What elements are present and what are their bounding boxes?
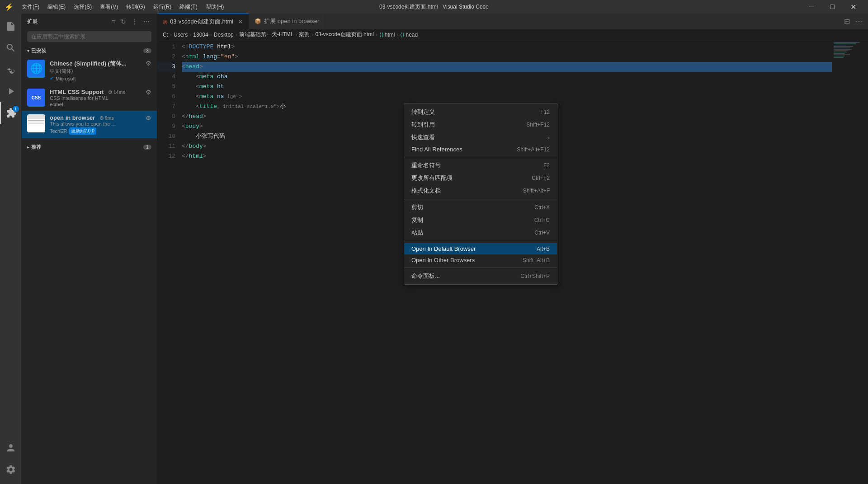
menu-file[interactable]: 文件(F)	[18, 2, 43, 12]
htmlcss-ext-publisher: ecmel	[50, 102, 63, 107]
more-tabs-button[interactable]: ⋯	[854, 16, 864, 27]
vscode-icon: ⚡	[5, 3, 14, 11]
close-button[interactable]: ✕	[843, 0, 863, 14]
extension-item-browser[interactable]: open in browser ⏱ 9ms This allows you to…	[22, 111, 157, 138]
ctx-open-other-browsers[interactable]: Open In Other Browsers Shift+Alt+B	[404, 254, 557, 266]
extension-item-chinese[interactable]: Chinese (Simplified) (简体... 中文(简体) ✔ Mic…	[22, 56, 157, 85]
ctx-paste[interactable]: 粘贴 Ctrl+V	[404, 226, 557, 239]
refresh-extensions-button[interactable]: ↻	[119, 17, 128, 26]
code-line-6: <meta na lge">	[182, 92, 832, 102]
htmlcss-ext-icon	[27, 89, 45, 107]
split-editor-button[interactable]: ⊟	[842, 16, 852, 27]
menu-terminal[interactable]: 终端(T)	[176, 2, 201, 12]
titlebar-left: ⚡ 文件(F) 编辑(E) 选择(S) 查看(V) 转到(G) 运行(R) 终端…	[5, 2, 227, 12]
extension-search-input[interactable]	[27, 31, 151, 42]
recommended-section-header[interactable]: ▸ 推荐 1	[22, 142, 157, 152]
sidebar-title: 扩展	[27, 18, 38, 25]
activity-search[interactable]	[0, 37, 22, 59]
breadcrumb-users[interactable]: Users	[174, 32, 188, 38]
tab-extension-file[interactable]: 📦 扩展 open in browser	[249, 14, 325, 29]
sidebar-header-actions: ≡ ↻ ⋮ ⋯	[110, 17, 151, 26]
browser-ext-icon	[27, 114, 45, 132]
code-line-2: <html lang="en">	[182, 52, 832, 62]
activity-files[interactable]	[0, 15, 22, 37]
tab-html-file[interactable]: ◎ 03-vscode创建页面.html ✕	[157, 14, 249, 29]
ctx-goto-references[interactable]: 转到引用 Shift+F12	[404, 118, 557, 131]
menu-view[interactable]: 查看(V)	[96, 2, 122, 12]
tab-ext-label: 扩展 open in browser	[264, 17, 319, 25]
activity-account[interactable]	[0, 437, 22, 459]
menu-edit[interactable]: 编辑(E)	[44, 2, 69, 12]
recommended-count-badge: 1	[143, 145, 151, 150]
activity-settings[interactable]	[0, 459, 22, 480]
ctx-format[interactable]: 格式化文档 Shift+Alt+F	[404, 184, 557, 197]
breadcrumb-c[interactable]: C:	[163, 32, 168, 38]
maximize-button[interactable]: □	[822, 0, 843, 14]
code-line-5: <meta ht	[182, 82, 832, 92]
tabs-right-actions: ⊟ ⋯	[842, 16, 868, 27]
browser-ext-meta: TechER 更新到2.0.0	[50, 127, 141, 135]
sidebar-header: 扩展 ≡ ↻ ⋮ ⋯	[22, 14, 157, 29]
activity-source-control[interactable]	[0, 59, 22, 80]
minimize-button[interactable]: ─	[801, 0, 822, 14]
browser-load-time: ⏱ 9ms	[99, 116, 114, 121]
head-tag-icon: ⟨⟩	[400, 32, 405, 38]
more-actions-button[interactable]: ⋯	[142, 17, 151, 26]
ctx-find-references[interactable]: Find All References Shift+Alt+F12	[404, 144, 557, 155]
activity-bar-bottom	[0, 437, 22, 480]
breadcrumb-head-tag[interactable]: ⟨⟩head	[400, 32, 418, 38]
filter-extensions-button[interactable]: ≡	[110, 17, 117, 26]
breadcrumb-13004[interactable]: 13004	[193, 32, 208, 38]
verified-icon: ✔	[50, 75, 54, 81]
chinese-ext-settings-icon[interactable]: ⚙	[146, 60, 151, 67]
menu-select[interactable]: 选择(S)	[70, 2, 95, 12]
ctx-cut[interactable]: 剪切 Ctrl+X	[404, 201, 557, 214]
recommended-section-title: 推荐	[31, 144, 41, 150]
breadcrumb-cases[interactable]: 案例	[299, 31, 310, 38]
browser-ext-info: open in browser ⏱ 9ms This allows you to…	[50, 114, 141, 135]
ctx-rename[interactable]: 重命名符号 F2	[404, 159, 557, 172]
context-menu: 转到定义 F12 转到引用 Shift+F12 快速查看 › Find All …	[404, 103, 557, 285]
menu-run[interactable]: 运行(R)	[150, 2, 175, 12]
ctx-goto-definition[interactable]: 转到定义 F12	[404, 106, 557, 118]
chinese-ext-info: Chinese (Simplified) (简体... 中文(简体) ✔ Mic…	[50, 60, 141, 81]
chinese-ext-icon	[27, 60, 45, 78]
tab-html-close[interactable]: ✕	[238, 18, 243, 25]
browser-ext-update-badge: 更新到2.0.0	[69, 127, 96, 135]
search-box	[27, 31, 151, 42]
activity-extensions[interactable]: 1	[0, 102, 22, 124]
browser-ext-publisher: TechER	[50, 128, 67, 134]
ctx-quick-view[interactable]: 快速查看 ›	[404, 131, 557, 144]
breadcrumb-file[interactable]: 03-vscode创建页面.html	[315, 31, 373, 38]
ctx-open-default-browser[interactable]: Open In Default Browser Alt+B	[404, 243, 557, 254]
chinese-ext-meta: ✔ Microsoft	[50, 75, 141, 81]
tab-html-label: 03-vscode创建页面.html	[170, 18, 233, 26]
extensions-badge: 1	[13, 106, 19, 112]
breadcrumb-desktop[interactable]: Desktop	[214, 32, 234, 38]
ctx-change-all[interactable]: 更改所有匹配项 Ctrl+F2	[404, 172, 557, 184]
extension-item-htmlcss[interactable]: HTML CSS Support ⏱ 14ms CSS Intellisense…	[22, 85, 157, 111]
breadcrumb-html-tag[interactable]: ⟨⟩html	[379, 32, 395, 38]
browser-ext-settings-icon[interactable]: ⚙	[146, 114, 151, 122]
htmlcss-load-time: ⏱ 14ms	[108, 90, 125, 95]
ctx-command-palette[interactable]: 命令面板... Ctrl+Shift+P	[404, 270, 557, 282]
code-line-1: <!DOCTYPE html>	[182, 42, 832, 52]
breadcrumb-folder[interactable]: 前端基础第一天-HTML	[239, 31, 294, 38]
minimap	[832, 40, 868, 484]
menu-goto[interactable]: 转到(G)	[123, 2, 148, 12]
installed-section-header[interactable]: ▾ 已安装 3	[22, 46, 157, 56]
breadcrumb: C: › Users › 13004 › Desktop › 前端基础第一天-H…	[157, 29, 868, 40]
section-chevron-icon: ▾	[27, 48, 29, 53]
tabs-bar: ◎ 03-vscode创建页面.html ✕ 📦 扩展 open in brow…	[157, 14, 868, 29]
sidebar: 扩展 ≡ ↻ ⋮ ⋯ ▾ 已安装 3 Chinese (Simplified) …	[22, 14, 157, 484]
ctx-copy[interactable]: 复制 Ctrl+C	[404, 214, 557, 226]
activity-run[interactable]	[0, 80, 22, 102]
menu-help[interactable]: 帮助(H)	[202, 2, 228, 12]
code-line-3: <head>	[182, 62, 832, 72]
activity-bar: 1	[0, 14, 22, 484]
htmlcss-ext-info: HTML CSS Support ⏱ 14ms CSS Intellisense…	[50, 89, 141, 107]
htmlcss-ext-settings-icon[interactable]: ⚙	[146, 89, 151, 96]
sort-extensions-button[interactable]: ⋮	[130, 17, 140, 26]
tab-html-icon: ◎	[163, 19, 167, 25]
recommended-section-chevron-icon: ▸	[27, 145, 29, 150]
